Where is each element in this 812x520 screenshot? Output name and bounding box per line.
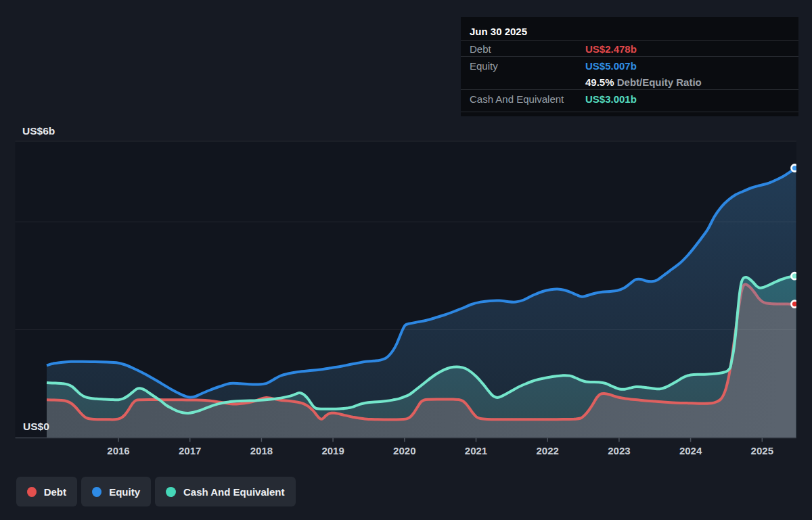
svg-text:2020: 2020 [393, 445, 415, 456]
svg-text:2017: 2017 [179, 445, 201, 456]
svg-text:2021: 2021 [465, 445, 487, 456]
svg-text:2016: 2016 [107, 445, 129, 456]
svg-text:2018: 2018 [250, 445, 273, 456]
svg-text:2023: 2023 [608, 445, 630, 456]
svg-text:2019: 2019 [321, 445, 344, 456]
svg-text:2025: 2025 [751, 445, 773, 456]
svg-text:US$0: US$0 [23, 421, 49, 432]
svg-text:2024: 2024 [679, 445, 702, 456]
svg-text:2022: 2022 [537, 445, 559, 456]
svg-text:US$6b: US$6b [22, 125, 55, 137]
